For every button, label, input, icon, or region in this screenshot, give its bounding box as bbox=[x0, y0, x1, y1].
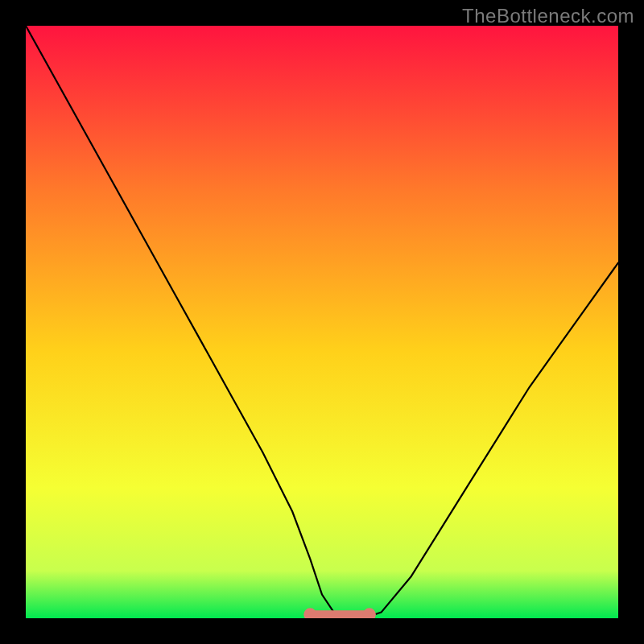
watermark-text: TheBottleneck.com bbox=[462, 5, 634, 27]
plot-area bbox=[26, 26, 618, 618]
chart-frame: TheBottleneck.com bbox=[0, 0, 644, 644]
gradient-background bbox=[26, 26, 618, 618]
floor-marker-bar bbox=[310, 610, 369, 618]
chart-svg bbox=[26, 26, 618, 618]
